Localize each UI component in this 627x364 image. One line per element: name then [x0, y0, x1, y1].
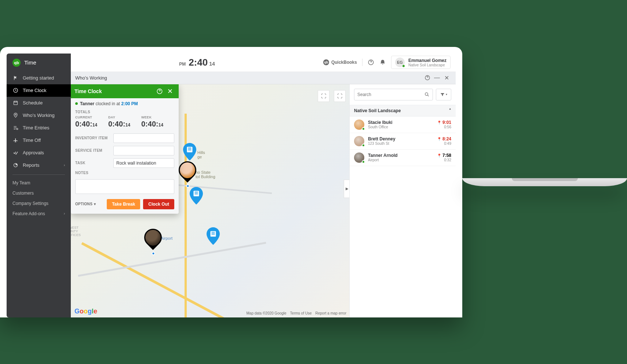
card-title: Time Clock: [74, 88, 102, 94]
map-location-pin[interactable]: [207, 227, 220, 240]
avatar-initials: EG: [397, 60, 403, 65]
map-location-pin[interactable]: [190, 187, 203, 200]
options-toggle[interactable]: OPTIONS ▾: [75, 202, 96, 206]
chevron-down-icon: ▾: [94, 202, 96, 206]
total-week: WEEK0:40:14: [141, 115, 174, 128]
field-label: INVENTORY ITEM: [75, 136, 110, 140]
app-screen: qb Time Getting started Time Clock Sched…: [7, 54, 456, 317]
worker-name: Brett Denney: [368, 136, 433, 141]
worker-start-time: 📍9:01: [437, 120, 451, 125]
nav-my-team[interactable]: My Team: [7, 178, 71, 188]
nav-reports[interactable]: Reports ›: [7, 159, 71, 172]
total-value: 0:40:: [75, 120, 92, 128]
nav-time-entries[interactable]: Time Entries: [7, 122, 71, 134]
chevron-down-icon: ▾: [446, 93, 447, 96]
panel-body: Hills ge ho State tol Building Airport W…: [71, 84, 456, 317]
map-layers-icon[interactable]: ⛶: [334, 90, 346, 102]
nav-label: Who's Working: [23, 113, 55, 118]
sub-nav: My Team Customers Company Settings Featu…: [7, 178, 71, 219]
inventory-input[interactable]: [113, 133, 174, 143]
filter-button[interactable]: ▾: [436, 89, 451, 100]
worker-duration: 0:56: [437, 125, 451, 129]
search-input[interactable]: [357, 92, 424, 97]
totals-row: CURRENT0:40:14 DAY0:40:14 WEEK0:40:14: [71, 115, 179, 132]
worker-main: Tanner ArnoldAirport: [368, 153, 433, 162]
time-hhmm: 2:40: [189, 57, 208, 68]
user-company: Native Soil Landscape: [408, 63, 446, 67]
pin-icon: 📍: [437, 154, 441, 158]
check-icon: [12, 150, 18, 156]
nav-time-off[interactable]: Time Off: [7, 134, 71, 147]
group-name: Native Soil Landscape: [354, 108, 401, 113]
map-fullscreen-icon[interactable]: ⛶: [318, 90, 329, 102]
divider: [362, 59, 362, 66]
map-person-pin[interactable]: [179, 161, 197, 184]
task-input[interactable]: [113, 158, 174, 168]
panel-tools: ▾: [350, 84, 456, 105]
map[interactable]: Hills ge ho State tol Building Airport W…: [71, 84, 349, 317]
topbar-right: qb QuickBooks EG Emmanuel Gomez Native S…: [323, 56, 451, 69]
worker-row[interactable]: Tanner ArnoldAirport📍7:580:32: [350, 150, 456, 166]
field-label: TASK: [75, 161, 110, 165]
map-location-pin[interactable]: [183, 143, 196, 156]
quickbooks-link[interactable]: qb QuickBooks: [323, 59, 357, 65]
map-report-link[interactable]: Report a map error: [316, 311, 346, 315]
bell-icon[interactable]: [379, 59, 386, 66]
nav-customers[interactable]: Customers: [7, 188, 71, 198]
status-dot: [362, 160, 365, 163]
quickbooks-icon: qb: [323, 59, 329, 65]
map-drawer-toggle[interactable]: ▶: [344, 180, 349, 198]
worker-row[interactable]: Brett Denney123 South St📍8:240:49: [350, 133, 456, 150]
nav-company-settings[interactable]: Company Settings: [7, 198, 71, 209]
card-help-icon[interactable]: [154, 86, 165, 96]
nav-time-clock[interactable]: Time Clock: [7, 84, 71, 97]
nav-getting-started[interactable]: Getting started: [7, 72, 71, 84]
user-menu[interactable]: EG Emmanuel Gomez Native Soil Landscape: [391, 56, 451, 69]
panel-help-icon[interactable]: [423, 73, 432, 82]
svg-point-2: [15, 114, 16, 115]
nav-whos-working[interactable]: Who's Working: [7, 109, 71, 122]
main-nav: Getting started Time Clock Schedule Who'…: [7, 72, 71, 172]
status-person: Tanner: [80, 101, 94, 106]
total-day: DAY0:40:14: [108, 115, 141, 128]
field-label: NOTES: [75, 171, 116, 175]
user-avatar: EG: [395, 58, 405, 67]
help-icon[interactable]: [368, 59, 374, 66]
nav-schedule[interactable]: Schedule: [7, 97, 71, 109]
service-input[interactable]: [113, 146, 174, 155]
worker-group-header[interactable]: Native Soil Landscape ˄: [350, 105, 456, 117]
quickbooks-label: QuickBooks: [331, 60, 357, 65]
panel-header: Who's Working — ✕: [71, 72, 456, 84]
nav-label: Time Off: [23, 137, 41, 143]
map-terms-link[interactable]: Terms of Use: [290, 311, 312, 315]
nav-divider: [12, 174, 65, 175]
total-value: 0:40:: [108, 120, 125, 128]
map-label: Hills ge: [197, 150, 205, 159]
panel-close-icon[interactable]: ✕: [442, 73, 451, 82]
total-value: 0:40:: [141, 120, 158, 128]
total-seconds: 14: [125, 122, 130, 128]
status-dot: [75, 102, 78, 105]
card-close-icon[interactable]: ✕: [165, 86, 175, 96]
worker-start-time: 📍8:24: [437, 136, 451, 141]
totals-label: TOTALS: [71, 109, 179, 115]
user-name: Emmanuel Gomez: [408, 58, 446, 63]
search-box[interactable]: [354, 89, 433, 100]
time-clock-card: Time Clock ✕ Tanner clocked in at 2:00 P…: [71, 84, 179, 214]
plane-icon: [12, 137, 18, 143]
worker-location: Airport: [368, 158, 433, 162]
nav-label: Approvals: [23, 150, 44, 155]
current-time: PM 2:40 14: [71, 57, 323, 68]
nav-approvals[interactable]: Approvals: [7, 147, 71, 159]
clock-out-button[interactable]: Clock Out: [143, 199, 174, 209]
flag-icon: [12, 75, 18, 81]
nav-feature-addons[interactable]: Feature Add-ons›: [7, 209, 71, 219]
panel-minimize-icon[interactable]: —: [432, 73, 442, 82]
worker-row[interactable]: Stacie IbukiSouth Office📍9:010:56: [350, 117, 456, 133]
status-dot: [402, 65, 405, 67]
notes-input[interactable]: [75, 179, 174, 194]
take-break-button[interactable]: Take Break: [107, 199, 140, 209]
worker-location: 123 South St: [368, 141, 433, 146]
map-person-pin[interactable]: [144, 229, 163, 251]
total-current: CURRENT0:40:14: [75, 115, 108, 128]
